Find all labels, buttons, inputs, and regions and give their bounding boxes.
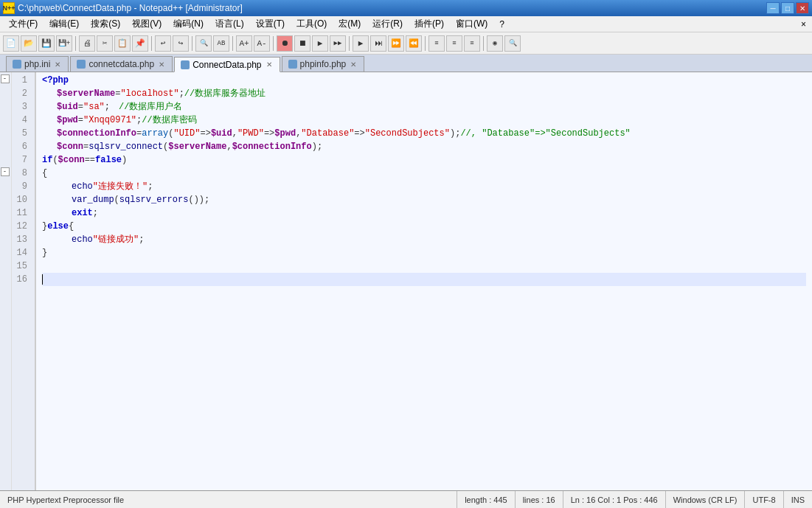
- token-arrow1: =>: [200, 127, 210, 140]
- fold-8[interactable]: -: [0, 165, 11, 178]
- replace-button[interactable]: AB: [213, 35, 229, 52]
- token-comment5: //, "Database"=>"SecondSubjects": [460, 127, 630, 140]
- menu-search[interactable]: 搜索(S): [85, 16, 126, 32]
- title-bar: N++ C:\phpweb\ConnectData.php - Notepad+…: [0, 0, 812, 16]
- close-panel[interactable]: ×: [798, 18, 809, 31]
- macro-rec-button[interactable]: ⏺: [277, 35, 293, 52]
- token-phptag: <?php: [42, 74, 69, 87]
- tab-close-phpinfo[interactable]: ✕: [349, 60, 358, 69]
- run4-button[interactable]: ⏪: [406, 35, 422, 52]
- fold-2: [0, 86, 11, 99]
- menu-run[interactable]: 运行(R): [367, 16, 409, 32]
- fold-box-1[interactable]: -: [1, 74, 10, 83]
- tab-connectdata[interactable]: ConnectData.php ✕: [174, 57, 280, 72]
- token-uid2: $uid: [211, 127, 232, 140]
- token-semi3: ;: [136, 114, 142, 127]
- tab-close-phpini[interactable]: ✕: [53, 60, 62, 69]
- new-button[interactable]: 📄: [3, 35, 19, 52]
- token-comma1: ,: [232, 127, 237, 140]
- fold-box-8[interactable]: -: [1, 167, 10, 176]
- token-pwd-key: "PWD": [237, 127, 264, 140]
- open-button[interactable]: 📂: [21, 35, 37, 52]
- align-left-button[interactable]: ≡: [428, 35, 445, 52]
- macro-play-button[interactable]: ▶: [312, 35, 328, 52]
- menu-file[interactable]: 文件(F): [3, 16, 44, 32]
- token-sqlsrv-connect: sqlsrv_connect: [89, 140, 163, 153]
- extra2-button[interactable]: 🔍: [504, 35, 521, 52]
- token-semi6: ;: [139, 233, 144, 246]
- toolbar-sep-2: [151, 36, 152, 51]
- zoom-in-button[interactable]: A+: [236, 35, 252, 52]
- status-bar: PHP Hypertext Preprocessor file length :…: [0, 490, 812, 508]
- paste-button[interactable]: 📌: [132, 35, 148, 52]
- token-echo2: echo: [72, 233, 93, 246]
- token-eqeq: ==: [85, 153, 95, 167]
- macro-stop-button[interactable]: ⏹: [294, 35, 310, 52]
- tab-connetcdata[interactable]: connetcdata.php ✕: [70, 56, 173, 72]
- tab-phpinfo[interactable]: phpinfo.php ✕: [282, 56, 365, 72]
- linenum-8: 8: [12, 167, 32, 180]
- linenum-15: 15: [12, 260, 32, 273]
- linenum-12: 12: [12, 220, 32, 233]
- linenum-3: 3: [12, 100, 32, 114]
- status-length: length : 445: [457, 491, 516, 508]
- toolbar: 📄 📂 💾 💾+ 🖨 ✂ 📋 📌 ↩ ↪ 🔍 AB A+ A- ⏺ ⏹ ▶ ▶▶…: [0, 32, 812, 55]
- fold-5: [0, 125, 11, 139]
- run-button[interactable]: ▶: [353, 35, 369, 52]
- tab-close-connetcdata[interactable]: ✕: [157, 60, 166, 69]
- token-fail-msg: "连接失败！": [93, 180, 148, 193]
- toolbar-sep-6: [349, 36, 350, 51]
- menu-bar: 文件(F) 编辑(E) 搜索(S) 视图(V) 编码(N) 语言(L) 设置(T…: [0, 16, 812, 32]
- token-eq3: =: [78, 114, 83, 127]
- align-right-button[interactable]: ≡: [464, 35, 480, 52]
- menu-plugins[interactable]: 插件(P): [409, 16, 450, 32]
- extra1-button[interactable]: ◉: [487, 35, 503, 52]
- run2-button[interactable]: ⏭: [370, 35, 386, 52]
- code-area[interactable]: <?php $serverName = "localhost" ; //数据库服…: [36, 72, 812, 490]
- menu-encoding[interactable]: 编码(N): [167, 16, 209, 32]
- encoding-label: UTF-8: [752, 495, 775, 504]
- menu-macro[interactable]: 宏(M): [333, 16, 367, 32]
- token-paren4: );: [312, 140, 322, 153]
- fold-1[interactable]: -: [0, 72, 11, 86]
- toolbar-sep-8: [483, 36, 484, 51]
- tab-close-connectdata[interactable]: ✕: [265, 60, 274, 69]
- fold-3: [0, 99, 11, 112]
- token-exit: exit: [72, 206, 93, 220]
- cut-button[interactable]: ✂: [97, 35, 113, 52]
- code-line-5: $connectionInfo = array ( "UID" => $uid …: [42, 127, 806, 140]
- menu-edit[interactable]: 编辑(E): [44, 16, 85, 32]
- linenum-5: 5: [12, 127, 32, 140]
- tab-phpini[interactable]: php.ini ✕: [6, 56, 69, 72]
- save-all-button[interactable]: 💾+: [56, 35, 72, 52]
- find-button[interactable]: 🔍: [195, 35, 212, 52]
- macro-save-button[interactable]: ▶▶: [330, 35, 346, 52]
- copy-button[interactable]: 📋: [114, 35, 131, 52]
- filetype-label: PHP Hypertext Preprocessor file: [7, 495, 124, 504]
- token-semi4: ;: [148, 180, 153, 193]
- save-button[interactable]: 💾: [38, 35, 55, 52]
- code-line-7: if ( $conn == false ): [42, 153, 806, 167]
- zoom-out-button[interactable]: A-: [254, 35, 270, 52]
- menu-settings[interactable]: 设置(T): [250, 16, 291, 32]
- gutter: - - 1 2 3 4 5 6: [0, 72, 36, 490]
- menu-view[interactable]: 视图(V): [126, 16, 167, 32]
- token-paren7: (: [114, 193, 119, 206]
- print-button[interactable]: 🖨: [79, 35, 95, 52]
- minimize-button[interactable]: ─: [766, 2, 780, 14]
- restore-button[interactable]: □: [781, 2, 794, 14]
- token-pwd2: $pwd: [274, 127, 296, 140]
- align-center-button[interactable]: ≡: [446, 35, 462, 52]
- menu-help[interactable]: ?: [493, 18, 510, 31]
- menu-window[interactable]: 窗口(W): [450, 16, 493, 32]
- token-semi2: ;: [105, 100, 110, 114]
- close-button[interactable]: ✕: [796, 2, 809, 14]
- menu-language[interactable]: 语言(L): [209, 16, 250, 32]
- run3-button[interactable]: ⏩: [388, 35, 404, 52]
- token-false: false: [95, 153, 122, 167]
- token-sqlsrv-errors: sqlsrv_errors: [119, 193, 189, 206]
- menu-tools[interactable]: 工具(O): [291, 16, 333, 32]
- undo-button[interactable]: ↩: [155, 35, 171, 52]
- token-eq2: =: [78, 100, 83, 114]
- redo-button[interactable]: ↪: [173, 35, 189, 52]
